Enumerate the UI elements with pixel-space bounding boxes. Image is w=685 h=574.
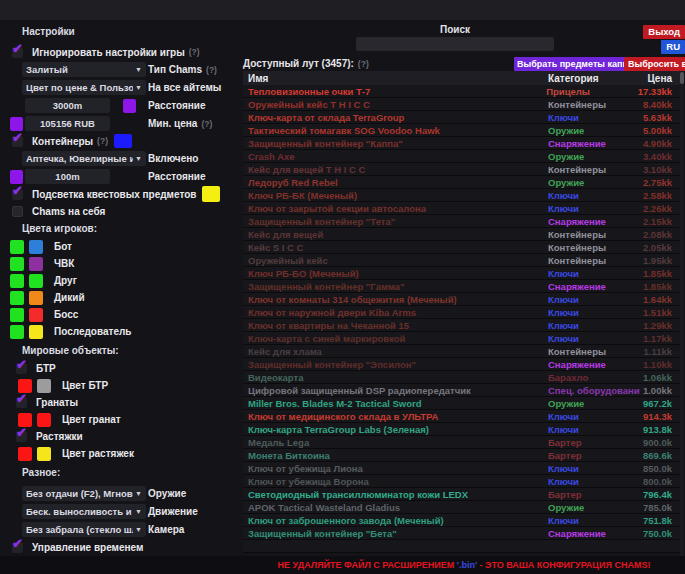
item-category: Бартер	[548, 437, 640, 448]
chams-config-window: { "topbar": { "search_label": "Поиск", "…	[0, 0, 685, 574]
table-row[interactable]: Тепловизионные очки Т-7Прицелы17.33kk	[243, 85, 680, 98]
time-control-checkbox[interactable]: ✔	[12, 542, 23, 553]
table-row[interactable]: Ключ РБ-БК (Меченый)Ключи2.58kk	[243, 189, 680, 202]
table-row[interactable]: Ключ от медицинского склада в УЛЬТРАКлюч…	[243, 410, 680, 423]
pmc-visible-color-swatch[interactable]	[10, 257, 24, 271]
table-row[interactable]: Цифровой защищенный DSP радиопередатчикС…	[243, 384, 680, 397]
column-header-price[interactable]: Цена	[640, 73, 680, 84]
item-price: 1.00kk	[640, 385, 680, 396]
column-header-category[interactable]: Категория	[548, 73, 640, 84]
help-icon[interactable]: (?)	[97, 136, 108, 146]
table-row[interactable]: Ключ от наружной двери Kiba ArmsКлючи1.5…	[243, 306, 680, 319]
min-price-input[interactable]: 105156 RUB	[25, 116, 110, 131]
distance2-input[interactable]: 100m	[25, 169, 110, 184]
table-row[interactable]: Защищенный контейнер "Гамма"Снаряжение1.…	[243, 280, 680, 293]
containers-checkbox[interactable]: ✔	[12, 136, 23, 147]
table-row[interactable]: Ключ-карта от склада TerraGroupКлючи5.63…	[243, 111, 680, 124]
help-icon[interactable]: (?)	[189, 47, 200, 57]
item-price: 850.0k	[640, 463, 680, 474]
table-row[interactable]: Ключ от убежища ЛионаКлючи850.0k	[243, 462, 680, 475]
grenades-label: Гранаты	[36, 397, 78, 408]
table-row[interactable]: Кейс для вещей T H I C CКонтейнеры3.10kk	[243, 163, 680, 176]
table-row[interactable]: Ключ от комнаты 314 общежития (Меченый)К…	[243, 293, 680, 306]
chams-type-dropdown[interactable]: Залитый ▼	[22, 62, 146, 77]
table-row[interactable]: Ключ от заброшенного завода (Меченый)Клю…	[243, 514, 680, 527]
follower-color-swatch[interactable]	[29, 325, 43, 339]
table-row[interactable]: Ключ от квартиры на Чеканной 15Ключи1.29…	[243, 319, 680, 332]
table-row[interactable]: Оружейный кейс T H I C CКонтейнеры8.40kk	[243, 98, 680, 111]
search-label: Поиск	[356, 24, 554, 35]
table-row[interactable]: Светодиодный трансиллюминатор кожи LEDXБ…	[243, 488, 680, 501]
item-name: Crash Axe	[243, 151, 548, 162]
bot-visible-color-swatch[interactable]	[10, 240, 24, 254]
help-icon[interactable]: (?)	[358, 59, 369, 69]
friend-color-swatch[interactable]	[29, 274, 43, 288]
chams-self-checkbox[interactable]	[12, 206, 23, 217]
table-row[interactable]: Ледоруб Red RebelОружие2.75kk	[243, 176, 680, 189]
boss-color-swatch[interactable]	[29, 308, 43, 322]
quest-items-checkbox[interactable]: ✔	[12, 189, 23, 200]
select-kappa-items-button[interactable]: Выбрать предметы каппа	[514, 57, 636, 71]
table-row[interactable]: APOK Tactical Wasteland GladiusОружие785…	[243, 501, 680, 514]
distance-input[interactable]: 3000m	[25, 98, 110, 113]
table-row[interactable]: Оружейный кейсКонтейнеры1.95kk	[243, 254, 680, 267]
camera-dropdown[interactable]: Без забрала (стекло шлема) ▼	[22, 522, 146, 537]
tripwire-visible-color-swatch[interactable]	[18, 447, 32, 461]
help-icon[interactable]: (?)	[201, 119, 212, 129]
table-row[interactable]: Защищенный контейнер "Тета"Снаряжение2.1…	[243, 215, 680, 228]
table-row[interactable]: Ключ-карта с синей маркировкойКлючи1.17k…	[243, 332, 680, 345]
table-row[interactable]: Кейс для хламаКонтейнеры1.11kk	[243, 345, 680, 358]
table-row[interactable]: Ключ РБ-БО (Меченый)Ключи1.85kk	[243, 267, 680, 280]
table-row[interactable]: Ключ от убежища ВоронаКлючи800.0k	[243, 475, 680, 488]
table-row[interactable]: Кейс S I C CКонтейнеры2.05kk	[243, 241, 680, 254]
bot-color-swatch[interactable]	[29, 240, 43, 254]
table-row[interactable]: Crash AxeОружие3.40kk	[243, 150, 680, 163]
table-row[interactable]: Защищенный контейнер "Каппа"Снаряжение4.…	[243, 137, 680, 150]
distance-color-swatch[interactable]	[123, 99, 136, 113]
containers-color-swatch[interactable]	[114, 134, 132, 148]
tripwire-color-swatch[interactable]	[37, 447, 51, 461]
table-row[interactable]: Ключ от закрытой секции автосалонаКлючи2…	[243, 202, 680, 215]
help-icon[interactable]: (?)	[206, 65, 217, 75]
column-header-name[interactable]: Имя	[243, 73, 548, 84]
grenades-checkbox[interactable]: ✔	[16, 397, 27, 408]
tripwires-checkbox[interactable]: ✔	[16, 431, 27, 442]
loot-table-header: Имя Категория Цена	[243, 71, 680, 85]
discard-all-button[interactable]: Выбросить все	[624, 57, 685, 71]
table-row[interactable]: Медаль LegaБартер900.0k	[243, 436, 680, 449]
table-row[interactable]: Защищенный контейнер "Эпсилон"Снаряжение…	[243, 358, 680, 371]
exit-button[interactable]: Выход	[643, 25, 685, 39]
boss-visible-color-swatch[interactable]	[10, 308, 24, 322]
color-mode-dropdown[interactable]: Цвет по цене & Пользователь ▼	[22, 80, 146, 95]
table-row[interactable]: ВидеокартаБарахло1.06kk	[243, 371, 680, 384]
table-row[interactable]	[243, 540, 680, 553]
min-price-color-swatch[interactable]	[10, 117, 23, 131]
player-color-label: Бот	[54, 241, 72, 252]
btr-checkbox[interactable]: ✔	[16, 363, 27, 374]
btr-color-swatch[interactable]	[37, 379, 51, 393]
category-filter-dropdown[interactable]: Аптечка, Ювелирные и... ▼	[22, 151, 146, 166]
ignore-game-settings-checkbox[interactable]: ✔	[12, 47, 23, 58]
scav-visible-color-swatch[interactable]	[10, 291, 24, 305]
tripwires-color-row: Цвет растяжек	[10, 445, 238, 462]
follower-visible-color-swatch[interactable]	[10, 325, 24, 339]
table-scrollbar[interactable]	[680, 71, 684, 556]
weapon-dropdown[interactable]: Без отдачи (F2), Мгновенное пе ▼	[22, 486, 146, 501]
movement-dropdown[interactable]: Беск. выносливость и нет устал ▼	[22, 504, 146, 519]
language-button[interactable]: RU	[661, 40, 685, 54]
table-row[interactable]: Ключ-карта TerraGroup Labs (Зеленая)Ключ…	[243, 423, 680, 436]
table-row[interactable]: Защищенный контейнер "Бета"Снаряжение750…	[243, 527, 680, 540]
distance2-color-swatch[interactable]	[10, 170, 23, 184]
min-price-row: 105156 RUB Мин. цена(?)	[10, 115, 238, 132]
table-row[interactable]: Тактический томагавк SOG Voodoo HawkОруж…	[243, 124, 680, 137]
quest-items-color-swatch[interactable]	[202, 186, 220, 202]
table-row[interactable]: Miller Bros. Blades M-2 Tactical SwordОр…	[243, 397, 680, 410]
pmc-color-swatch[interactable]	[29, 257, 43, 271]
table-row[interactable]: Монета БиткоинаБартер869.6k	[243, 449, 680, 462]
scav-color-swatch[interactable]	[29, 291, 43, 305]
friend-visible-color-swatch[interactable]	[10, 274, 24, 288]
table-row[interactable]: Кейс для вещейКонтейнеры2.08kk	[243, 228, 680, 241]
scrollbar-thumb[interactable]	[680, 72, 684, 84]
search-input[interactable]	[356, 37, 554, 51]
grenade-color-swatch[interactable]	[37, 413, 51, 427]
